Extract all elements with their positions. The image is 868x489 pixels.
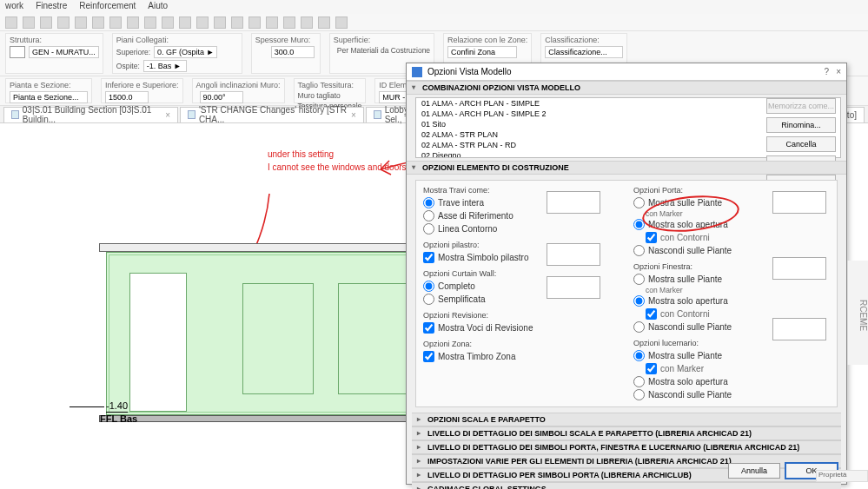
- menu-item[interactable]: work: [5, 1, 23, 13]
- group-header: Opzioni Revisione:: [423, 311, 620, 320]
- proprieta-panel-header[interactable]: Proprietà: [816, 470, 868, 482]
- opt-curtainwall: Opzioni Curtain Wall: Completo Semplific…: [423, 269, 620, 306]
- label: Taglio Tessitura:: [298, 81, 362, 89]
- sub-marker: con Marker: [646, 286, 830, 294]
- group-angolo: Angoli inclinazioni Muro: 90.00°: [192, 78, 285, 103]
- model-view-options-dialog: Opzioni Vista Modello ?× COMBINAZIONI OP…: [406, 63, 847, 485]
- close-icon[interactable]: ×: [351, 110, 356, 120]
- menu-item[interactable]: Finestre: [36, 1, 67, 13]
- thickness-icon: [255, 46, 268, 58]
- tool-icon[interactable]: [162, 17, 174, 29]
- group-taglio: Taglio Tessitura: Muro tagliato Tessitur…: [294, 78, 367, 103]
- radio-contorno[interactable]: Linea Contorno: [423, 222, 620, 235]
- window-opening: [242, 283, 314, 394]
- preview-swatch: [772, 191, 826, 214]
- group-pianta: Pianta e Sezione: Pianta e Sezione...: [5, 78, 92, 103]
- section-collapsed[interactable]: LIVELLO DI DETTAGLIO DEI SIMBOLI SCALA E…: [412, 426, 841, 440]
- menu-item[interactable]: Reinforcement: [79, 1, 136, 13]
- right-panel-peek: RCEME: [847, 261, 868, 365]
- radio-fin-apertura[interactable]: Mostra solo apertura: [633, 294, 830, 307]
- construction-options: Mostra Travi come: Trave intera Asse di …: [415, 180, 838, 407]
- label: Pianta e Sezione:: [10, 81, 88, 89]
- close-icon[interactable]: ×: [165, 110, 170, 120]
- opt-revisione: Opzioni Revisione: Mostra Voci di Revisi…: [423, 311, 620, 334]
- level-name: FFL Bas: [100, 413, 137, 424]
- window-opening: [338, 283, 409, 394]
- struttura-value[interactable]: GEN - MURATU...: [29, 46, 99, 58]
- help-icon[interactable]: ?: [825, 67, 830, 76]
- label: Classificazione:: [545, 36, 623, 44]
- section-collapsed[interactable]: CADIMAGE GLOBAL SETTINGS: [412, 482, 841, 489]
- angolo-value[interactable]: 90.00°: [200, 91, 243, 103]
- group-struttura: Struttura: GEN - MURATU...: [5, 33, 103, 74]
- cancella-button[interactable]: Cancella: [766, 136, 836, 152]
- label: Angoli inclinazioni Muro:: [196, 81, 281, 89]
- radio-luc-piante[interactable]: Mostra sulle Piante: [633, 349, 830, 362]
- preview-swatch: [547, 276, 600, 299]
- tool-icon[interactable]: [5, 17, 17, 29]
- cancel-button[interactable]: Annulla: [728, 463, 780, 479]
- check-porta-contorni[interactable]: con Contorni: [646, 231, 830, 244]
- ospite-value[interactable]: -1. Bas ►: [143, 60, 187, 72]
- class-value[interactable]: Classificazione...: [545, 46, 623, 58]
- label: Ospite:: [116, 62, 140, 70]
- radio-luc-nascondi[interactable]: Nascondi sulle Piante: [633, 388, 830, 401]
- tab-building-section[interactable]: 03|S.01 Building Section [03|S.01 Buildi…: [3, 107, 178, 122]
- history-icon: [188, 110, 195, 119]
- rinomina-button[interactable]: Rinomina...: [766, 117, 836, 133]
- tool-icon[interactable]: [335, 17, 348, 29]
- tool-icon[interactable]: [214, 17, 226, 29]
- tool-icon[interactable]: [127, 17, 139, 29]
- wall-icon[interactable]: [10, 46, 25, 58]
- check-luc-marker[interactable]: con Marker: [646, 362, 830, 375]
- 3d-icon: [374, 110, 381, 119]
- tool-icon[interactable]: [144, 17, 156, 29]
- memorizza-button[interactable]: Memorizza come...: [766, 98, 836, 114]
- menu-item[interactable]: Aiuto: [148, 1, 168, 13]
- tab-changes-history[interactable]: 'STR CHANGE Changes' history [STR CHA...…: [180, 107, 364, 122]
- check-voci-revisione[interactable]: Mostra Voci di Revisione: [423, 321, 620, 334]
- tool-icon[interactable]: [92, 17, 104, 29]
- radio-porta-nascondi[interactable]: Nascondi sulle Piante: [633, 244, 830, 257]
- radio-luc-apertura[interactable]: Mostra solo apertura: [633, 375, 830, 388]
- superiore-value[interactable]: 0. GF (Ospita ►: [154, 46, 217, 58]
- door-opening: [129, 273, 187, 412]
- dialog-title: Opzioni Vista Modello: [427, 67, 512, 76]
- section-costruzione[interactable]: OPZIONI ELEMENTO DI COSTRUZIONE: [407, 161, 846, 175]
- tool-icon[interactable]: [179, 17, 191, 29]
- tool-icon[interactable]: [196, 17, 209, 29]
- tool-icon[interactable]: [40, 17, 52, 29]
- zona-value[interactable]: Confini Zona: [447, 46, 517, 58]
- level-dimension: -1.40: [106, 400, 128, 413]
- tool-icon[interactable]: [283, 17, 295, 29]
- pianta-value[interactable]: Pianta e Sezione...: [10, 91, 88, 103]
- close-icon[interactable]: ×: [836, 67, 841, 76]
- label: Relazione con le Zone:: [447, 36, 527, 44]
- ie-v1[interactable]: 1500.0: [105, 91, 149, 103]
- dialog-titlebar[interactable]: Opzioni Vista Modello ?×: [407, 63, 846, 81]
- preview-swatch: [547, 243, 600, 266]
- check-timbro-zona[interactable]: Mostra Timbro Zona: [423, 350, 620, 363]
- section-collapsed[interactable]: LIVELLO DI DETTAGLIO DEI SIMBOLI PORTA, …: [412, 440, 841, 454]
- group-header: Opzioni Zona:: [423, 340, 620, 348]
- group-ie: Inferiore e Superiore: 1500.0 -1700.0: [101, 78, 183, 103]
- tool-icon[interactable]: [266, 17, 278, 29]
- tool-icon[interactable]: [75, 17, 87, 29]
- group-spessore: Spessore Muro: 300.0: [251, 33, 321, 74]
- tool-icon[interactable]: [318, 17, 330, 29]
- preview-swatch: [772, 257, 826, 280]
- tool-icon[interactable]: [57, 17, 70, 29]
- main-menu[interactable]: work Finestre Reinforcement Aiuto: [0, 0, 868, 14]
- tool-icon[interactable]: [301, 17, 313, 29]
- tool-icon[interactable]: [23, 17, 35, 29]
- tool-icon[interactable]: [231, 17, 243, 29]
- tool-icon[interactable]: [109, 17, 122, 29]
- label: Superficie:: [334, 36, 430, 44]
- preview-swatch: [547, 191, 600, 214]
- label: Inferiore e Superiore:: [105, 81, 179, 89]
- section-combinazioni[interactable]: COMBINAZIONI OPZIONI VISTA MODELLO: [407, 81, 846, 95]
- tool-icon[interactable]: [248, 17, 261, 29]
- opt-lucernario: Opzioni lucernario: Mostra sulle Piante …: [633, 339, 830, 401]
- section-collapsed[interactable]: OPZIONI SCALA E PARAPETTO: [412, 413, 841, 426]
- spessore-value[interactable]: 300.0: [271, 46, 315, 58]
